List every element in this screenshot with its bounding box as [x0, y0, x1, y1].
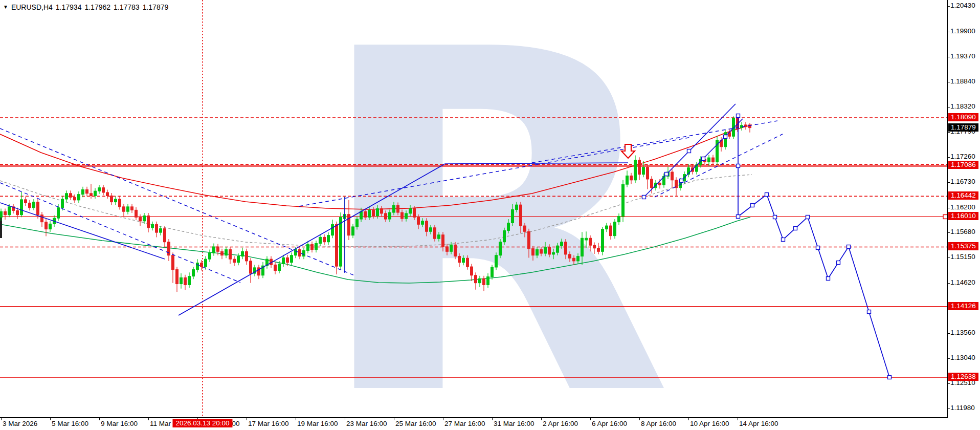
time-axis-tick: [590, 418, 591, 420]
time-axis-tick: [394, 418, 394, 420]
ohlc-close: 1.17879: [143, 3, 169, 11]
price-level-label: 1.16010: [948, 212, 978, 220]
price-tick-label: 1.17260: [950, 153, 975, 160]
time-tick-label: 10 Apr 16:00: [690, 420, 729, 427]
candle-down: [184, 277, 187, 285]
candle-up: [65, 193, 68, 199]
vertical-line-time-label: 2026.03.13 20:00: [172, 419, 232, 427]
candle-up: [295, 250, 297, 255]
object-handle[interactable]: [751, 204, 754, 207]
candle-down: [434, 228, 436, 239]
time-axis-tick: [639, 418, 640, 420]
time-tick-label: 27 Mar 16:00: [444, 420, 485, 427]
candle-down: [246, 251, 248, 261]
candle-up: [438, 235, 440, 239]
candle-down: [573, 258, 575, 261]
candle-down: [638, 160, 641, 175]
object-handle[interactable]: [665, 173, 669, 176]
object-handle[interactable]: [687, 149, 691, 153]
candle-down: [372, 210, 375, 216]
symbol-dropdown-icon[interactable]: ▼: [3, 4, 8, 11]
candle-down: [417, 217, 420, 224]
object-handle[interactable]: [827, 277, 830, 281]
time-axis-tick: [50, 418, 51, 420]
candle-up: [491, 267, 494, 277]
candle-down: [413, 209, 416, 218]
candle-down: [671, 172, 674, 180]
price-level-label: 1.15375: [948, 242, 978, 250]
candle-up: [634, 160, 637, 180]
price-tick-label: 1.14620: [950, 278, 975, 286]
candle-down: [86, 189, 88, 193]
price-chart-plot[interactable]: R: [0, 0, 948, 418]
current-price-label: 1.17879: [948, 123, 978, 132]
dashed-channel-line-2: [0, 183, 240, 283]
object-handle[interactable]: [888, 376, 892, 379]
candle-up: [511, 209, 514, 223]
symbol-timeframe: EURUSD,H4: [11, 3, 53, 11]
candle-up: [614, 222, 616, 236]
time-tick-label: 23 Mar 16:00: [346, 420, 387, 427]
candle-down: [548, 247, 551, 254]
candle-up: [196, 263, 199, 270]
candle-up: [479, 278, 481, 283]
time-axis-tick: [738, 418, 738, 420]
candle-down: [217, 247, 219, 251]
object-handle[interactable]: [816, 246, 820, 250]
time-axis-tick: [148, 418, 149, 420]
object-handle[interactable]: [773, 216, 777, 219]
object-handle[interactable]: [806, 216, 810, 219]
candle-down: [110, 196, 113, 202]
candle-down: [446, 247, 449, 251]
candle-down: [401, 212, 404, 219]
time-tick-label: 19 Mar 16:00: [297, 420, 338, 427]
object-handle[interactable]: [680, 179, 683, 183]
object-handle[interactable]: [724, 135, 727, 139]
candle-up: [561, 242, 563, 246]
price-tick-label: 1.13040: [950, 354, 975, 361]
candle-up: [127, 207, 129, 211]
candle-up: [307, 244, 309, 250]
object-handle[interactable]: [737, 215, 740, 219]
object-handles: [642, 114, 892, 379]
candle-down: [540, 250, 543, 253]
candle-down: [168, 242, 170, 255]
candle-up: [241, 251, 244, 256]
time-axis-tick: [541, 418, 542, 420]
candle-down: [135, 210, 138, 217]
candle-up: [225, 250, 228, 255]
object-handle[interactable]: [847, 245, 851, 249]
candle-up: [602, 229, 604, 252]
object-handle[interactable]: [794, 227, 797, 230]
price-level-label: 1.18090: [948, 113, 978, 121]
forecast-zigzag[interactable]: [738, 195, 889, 377]
object-handle[interactable]: [782, 238, 785, 242]
object-handle[interactable]: [837, 261, 840, 265]
ohlc-high: 1.17962: [84, 3, 110, 11]
object-handle[interactable]: [867, 310, 871, 314]
candle-up: [291, 255, 293, 263]
time-tick-label: 2 Apr 16:00: [543, 420, 578, 427]
object-handle[interactable]: [765, 193, 769, 197]
candle-up: [376, 209, 379, 216]
candle-up: [327, 235, 330, 242]
object-handle[interactable]: [737, 114, 740, 118]
time-axis-tick: [443, 418, 443, 420]
object-handle[interactable]: [642, 196, 646, 199]
object-handle[interactable]: [702, 157, 705, 161]
dashed-channel-line-1: [0, 128, 355, 276]
candle-down: [123, 207, 125, 211]
candle-down: [201, 263, 203, 267]
ohlc-low: 1.17783: [114, 3, 140, 11]
candle-up: [78, 195, 80, 200]
candle-up: [49, 224, 52, 229]
time-tick-label: 25 Mar 16:00: [395, 420, 436, 427]
candle-up: [708, 158, 710, 162]
candle-up: [606, 226, 608, 229]
candle-up: [315, 243, 318, 249]
candle-up: [352, 227, 354, 235]
price-level-label: 1.16442: [948, 191, 978, 200]
candle-down: [4, 211, 7, 215]
time-tick-label: 14 Apr 16:00: [739, 420, 778, 427]
object-handle[interactable]: [737, 164, 740, 168]
